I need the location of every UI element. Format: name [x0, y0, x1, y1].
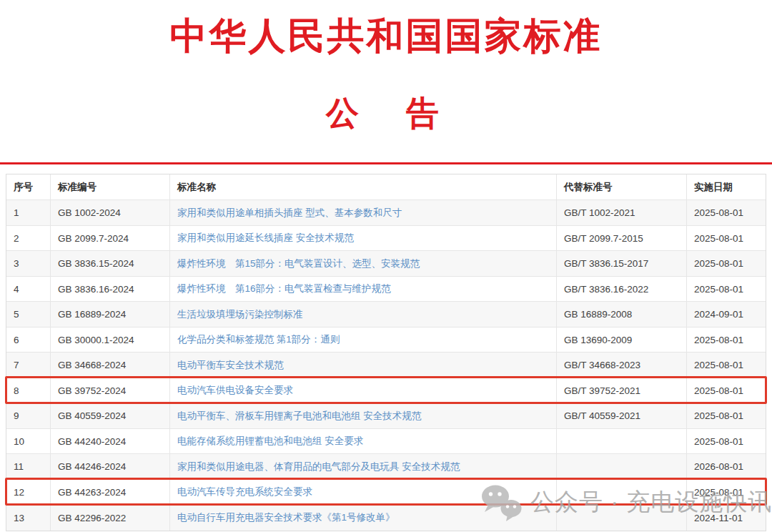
- cell-code: GB 34668-2024: [51, 353, 170, 378]
- page-subtitle: 公 告: [0, 97, 772, 131]
- col-header-code: 标准编号: [51, 174, 170, 200]
- col-header-replaces: 代替标准号: [557, 174, 687, 200]
- cell-no: 6: [6, 327, 51, 353]
- cell-name: 电动汽车供电设备安全要求: [170, 378, 557, 403]
- cell-no: 1: [6, 200, 51, 225]
- table-row: 1GB 1002-2024家用和类似用途单相插头插座 型式、基本参数和尺寸GB/…: [6, 200, 766, 226]
- cell-name: 电能存储系统用锂蓄电池和电池组 安全要求: [170, 429, 557, 454]
- cell-no: 8: [6, 378, 51, 403]
- cell-code: GB 1002-2024: [51, 200, 170, 225]
- cell-name: 爆炸性环境 第15部分：电气装置设计、选型、安装规范: [170, 251, 557, 276]
- cell-date: 2025-08-01: [687, 200, 766, 225]
- standard-name-link[interactable]: 电动汽车供电设备安全要求: [177, 384, 293, 397]
- table-row: 6GB 30000.1-2024化学品分类和标签规范 第1部分：通则GB 136…: [6, 327, 766, 353]
- cell-date: 2025-08-01: [687, 277, 766, 302]
- cell-name: 生活垃圾填埋场污染控制标准: [170, 302, 557, 327]
- page-title: 中华人民共和国国家标准: [0, 0, 772, 56]
- cell-replaces: [557, 480, 687, 505]
- standard-name-link[interactable]: 电动汽车传导充电系统安全要求: [177, 486, 312, 498]
- standard-name-link[interactable]: 家用和类似用途单相插头插座 型式、基本参数和尺寸: [177, 207, 402, 220]
- standard-name-link[interactable]: 家用和类似用途电器、体育用品的电气部分及电玩具 安全技术规范: [177, 460, 460, 473]
- cell-no: 11: [6, 454, 51, 479]
- standard-name-link[interactable]: 爆炸性环境 第15部分：电气装置设计、选型、安装规范: [177, 257, 420, 270]
- cell-name: 电动汽车传导充电系统安全要求: [170, 480, 557, 505]
- standards-table: 序号 标准编号 标准名称 代替标准号 实施日期 1GB 1002-2024家用和…: [6, 174, 766, 531]
- col-header-no: 序号: [6, 174, 51, 200]
- cell-no: 9: [6, 403, 51, 428]
- table-row: 3GB 3836.15-2024爆炸性环境 第15部分：电气装置设计、选型、安装…: [6, 251, 766, 277]
- cell-code: GB 3836.16-2024: [51, 277, 170, 302]
- cell-replaces: GB/T 1002-2021: [557, 200, 687, 225]
- announcement-page: 中华人民共和国国家标准 公 告 序号 标准编号 标准名称 代替标准号 实施日期 …: [0, 0, 772, 532]
- cell-code: GB 2099.7-2024: [51, 226, 170, 251]
- cell-name: 家用和类似用途电器、体育用品的电气部分及电玩具 安全技术规范: [170, 454, 557, 479]
- table-row: 7GB 34668-2024电动平衡车安全技术规范GB/T 34668-2023…: [6, 353, 766, 378]
- cell-replaces: [557, 505, 687, 531]
- cell-name: 化学品分类和标签规范 第1部分：通则: [170, 327, 557, 353]
- cell-replaces: GB/T 39752-2021: [557, 378, 687, 403]
- cell-replaces: GB/T 3836.15-2017: [557, 251, 687, 276]
- cell-code: GB 40559-2024: [51, 403, 170, 428]
- col-header-name: 标准名称: [170, 174, 557, 200]
- table-body: 1GB 1002-2024家用和类似用途单相插头插座 型式、基本参数和尺寸GB/…: [6, 200, 766, 531]
- cell-date: 2025-08-01: [687, 353, 766, 378]
- cell-replaces: GB/T 2099.7-2015: [557, 226, 687, 251]
- table-row: 8GB 39752-2024电动汽车供电设备安全要求GB/T 39752-202…: [6, 378, 766, 404]
- cell-code: GB 44263-2024: [51, 480, 170, 505]
- standard-name-link[interactable]: 家用和类似用途延长线插座 安全技术规范: [177, 232, 354, 245]
- cell-date: 2025-08-01: [687, 403, 766, 428]
- cell-no: 10: [6, 429, 51, 454]
- cell-date: 2024-11-01: [687, 505, 766, 531]
- standard-name-link[interactable]: 电动平衡车、滑板车用锂离子电池和电池组 安全技术规范: [177, 410, 421, 423]
- table-row: 11GB 44246-2024家用和类似用途电器、体育用品的电气部分及电玩具 安…: [6, 454, 766, 480]
- cell-name: 家用和类似用途单相插头插座 型式、基本参数和尺寸: [170, 200, 557, 225]
- cell-no: 12: [6, 480, 51, 505]
- cell-replaces: GB 13690-2009: [557, 327, 687, 353]
- cell-replaces: [557, 454, 687, 479]
- standard-name-link[interactable]: 电能存储系统用锂蓄电池和电池组 安全要求: [177, 435, 363, 448]
- cell-no: 3: [6, 251, 51, 276]
- table-row: 10GB 44240-2024电能存储系统用锂蓄电池和电池组 安全要求2025-…: [6, 429, 766, 455]
- table-row: 4GB 3836.16-2024爆炸性环境 第16部分：电气装置检查与维护规范G…: [6, 277, 766, 302]
- cell-date: 2025-08-01: [687, 251, 766, 276]
- announcement-header: 中华人民共和国国家标准 公 告: [0, 0, 772, 131]
- cell-name: 爆炸性环境 第16部分：电气装置检查与维护规范: [170, 277, 557, 302]
- cell-date: 2026-08-01: [687, 454, 766, 479]
- cell-replaces: GB/T 3836.16-2022: [557, 277, 687, 302]
- standard-name-link[interactable]: 电动平衡车安全技术规范: [177, 359, 284, 372]
- cell-no: 2: [6, 226, 51, 251]
- table-row: 13GB 42296-2022电动自行车用充电器安全技术要求《第1号修改单》20…: [6, 505, 766, 531]
- cell-code: GB 44246-2024: [51, 454, 170, 479]
- cell-date: 2025-08-01: [687, 327, 766, 353]
- cell-name: 电动平衡车、滑板车用锂离子电池和电池组 安全技术规范: [170, 403, 557, 428]
- cell-no: 5: [6, 302, 51, 327]
- cell-replaces: [557, 429, 687, 454]
- cell-date: 2024-09-01: [687, 302, 766, 327]
- cell-no: 4: [6, 277, 51, 302]
- table-header-row: 序号 标准编号 标准名称 代替标准号 实施日期: [6, 174, 766, 200]
- cell-code: GB 44240-2024: [51, 429, 170, 454]
- table-row: 5GB 16889-2024生活垃圾填埋场污染控制标准GB 16889-2008…: [6, 302, 766, 327]
- cell-date: 2025-08-01: [687, 480, 766, 505]
- table-row: 12GB 44263-2024电动汽车传导充电系统安全要求2025-08-01: [6, 480, 766, 506]
- cell-name: 电动平衡车安全技术规范: [170, 353, 557, 378]
- cell-replaces: GB/T 40559-2021: [557, 403, 687, 428]
- standard-name-link[interactable]: 爆炸性环境 第16部分：电气装置检查与维护规范: [177, 282, 391, 295]
- cell-name: 家用和类似用途延长线插座 安全技术规范: [170, 226, 557, 251]
- red-divider-line: [0, 162, 772, 164]
- col-header-date: 实施日期: [687, 174, 766, 200]
- cell-no: 7: [6, 353, 51, 378]
- table-row: 2GB 2099.7-2024家用和类似用途延长线插座 安全技术规范GB/T 2…: [6, 226, 766, 252]
- standard-name-link[interactable]: 生活垃圾填埋场污染控制标准: [177, 308, 303, 321]
- cell-code: GB 30000.1-2024: [51, 327, 170, 353]
- cell-code: GB 39752-2024: [51, 378, 170, 403]
- cell-replaces: GB 16889-2008: [557, 302, 687, 327]
- cell-code: GB 16889-2024: [51, 302, 170, 327]
- cell-code: GB 3836.15-2024: [51, 251, 170, 276]
- table-row: 9GB 40559-2024电动平衡车、滑板车用锂离子电池和电池组 安全技术规范…: [6, 403, 766, 429]
- cell-date: 2025-08-01: [687, 226, 766, 251]
- standard-name-link[interactable]: 电动自行车用充电器安全技术要求《第1号修改单》: [177, 511, 395, 524]
- cell-replaces: GB/T 34668-2023: [557, 353, 687, 378]
- cell-date: 2025-08-01: [687, 429, 766, 454]
- standard-name-link[interactable]: 化学品分类和标签规范 第1部分：通则: [177, 333, 340, 346]
